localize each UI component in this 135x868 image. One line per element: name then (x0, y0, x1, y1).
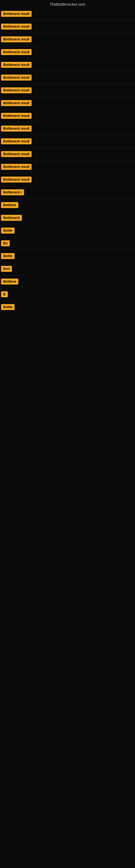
list-item: Bottlene (0, 275, 135, 288)
list-item: Bottleneck result (0, 59, 135, 71)
bottleneck-result-badge[interactable]: Bottleneck result (1, 87, 32, 93)
list-item: Bottle (0, 224, 135, 237)
list-item: Bottleneck result (0, 84, 135, 97)
bottleneck-result-badge[interactable]: Bott (1, 266, 12, 272)
bottleneck-result-badge[interactable]: Bottleneck result (1, 113, 32, 119)
bottleneck-result-badge[interactable]: Bottlene (1, 202, 18, 208)
bottleneck-result-badge[interactable]: Bottle (1, 227, 14, 234)
bottleneck-result-badge[interactable]: Bottleneck result (1, 177, 32, 183)
list-item: Bott (0, 262, 135, 275)
bottleneck-result-badge[interactable]: Bottleneck r (1, 189, 24, 195)
list-item: Bottlene (0, 199, 135, 212)
bottleneck-result-badge[interactable]: Bottleneck result (1, 100, 32, 106)
list-item: Bottleneck result (0, 46, 135, 59)
bottleneck-result-badge[interactable]: Bottleneck result (1, 11, 32, 17)
list-item: Bottleneck result (0, 122, 135, 135)
list-item: B (0, 288, 135, 301)
bottleneck-result-badge[interactable]: Bottleneck (1, 215, 22, 221)
bottleneck-result-badge[interactable]: Bo (1, 240, 10, 246)
list-item: Bottleneck result (0, 135, 135, 148)
bottleneck-result-badge[interactable]: Bottle (1, 253, 14, 259)
bottleneck-result-badge[interactable]: Bottlene (1, 279, 18, 284)
bottleneck-result-badge[interactable]: Bottleneck result (1, 164, 32, 170)
bottleneck-result-badge[interactable]: Bottleneck result (1, 24, 32, 30)
bottleneck-result-badge[interactable]: Bottleneck result (1, 62, 32, 68)
bottleneck-result-badge[interactable]: Bottle (1, 304, 14, 310)
bottleneck-result-badge[interactable]: Bottleneck result (1, 138, 32, 144)
list-item: Bottleneck result (0, 110, 135, 122)
list-item: Bottleneck r (0, 186, 135, 199)
bottleneck-result-badge[interactable]: Bottleneck result (1, 74, 32, 81)
list-item: Bottleneck result (0, 33, 135, 46)
list-item: Bottleneck result (0, 20, 135, 33)
list-item: Bottleneck result (0, 71, 135, 84)
list-item: Bottleneck result (0, 148, 135, 161)
bottleneck-result-badge[interactable]: Bottleneck result (1, 151, 32, 157)
list-item: Bo (0, 237, 135, 250)
list-item: Bottle (0, 250, 135, 262)
bottleneck-result-badge[interactable]: Bottleneck result (1, 36, 32, 42)
bottleneck-result-badge[interactable]: B (1, 291, 8, 297)
list-item: Bottleneck (0, 212, 135, 224)
list-item: Bottleneck result (0, 8, 135, 20)
bottleneck-result-badge[interactable]: Bottleneck result (1, 49, 32, 55)
list-item: Bottleneck result (0, 173, 135, 186)
bottleneck-result-badge[interactable]: Bottleneck result (1, 126, 32, 131)
list-item: Bottleneck result (0, 97, 135, 110)
list-item: Bottleneck result (0, 161, 135, 173)
site-title: TheBottlenecker.com (0, 0, 135, 8)
list-item: Bottle (0, 301, 135, 314)
